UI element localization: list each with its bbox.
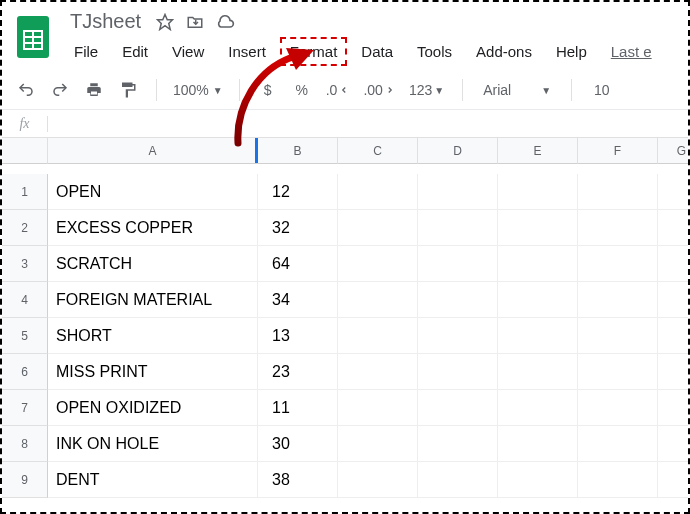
cell[interactable] [658, 210, 690, 246]
menu-edit[interactable]: Edit [112, 37, 158, 66]
cell[interactable] [418, 246, 498, 282]
cell[interactable] [418, 390, 498, 426]
cell[interactable] [658, 354, 690, 390]
cell[interactable] [338, 318, 418, 354]
row-header[interactable]: 5 [2, 318, 48, 354]
zoom-dropdown[interactable]: 100% ▼ [171, 82, 225, 98]
cell-A1[interactable]: OPEN [48, 174, 258, 210]
undo-button[interactable] [12, 76, 40, 104]
cell[interactable] [578, 390, 658, 426]
redo-button[interactable] [46, 76, 74, 104]
cell[interactable] [418, 426, 498, 462]
cell-B4[interactable]: 34 [258, 282, 338, 318]
cell[interactable] [578, 354, 658, 390]
cell-B7[interactable]: 11 [258, 390, 338, 426]
cell[interactable] [658, 174, 690, 210]
cell-A3[interactable]: SCRATCH [48, 246, 258, 282]
cell[interactable] [418, 174, 498, 210]
menu-insert[interactable]: Insert [218, 37, 276, 66]
cell[interactable] [338, 210, 418, 246]
cell[interactable] [578, 426, 658, 462]
cell[interactable] [578, 174, 658, 210]
cell[interactable] [498, 282, 578, 318]
cell[interactable] [658, 426, 690, 462]
row-header[interactable]: 9 [2, 462, 48, 498]
cell[interactable] [498, 354, 578, 390]
currency-button[interactable]: $ [254, 76, 282, 104]
percent-button[interactable]: % [288, 76, 316, 104]
row-header[interactable]: 4 [2, 282, 48, 318]
row-header[interactable]: 2 [2, 210, 48, 246]
menu-view[interactable]: View [162, 37, 214, 66]
cell[interactable] [338, 390, 418, 426]
cell[interactable] [658, 462, 690, 498]
col-header-D[interactable]: D [418, 138, 498, 164]
menu-addons[interactable]: Add-ons [466, 37, 542, 66]
print-button[interactable] [80, 76, 108, 104]
menu-tools[interactable]: Tools [407, 37, 462, 66]
menu-help[interactable]: Help [546, 37, 597, 66]
cell[interactable] [578, 210, 658, 246]
cell-A4[interactable]: FOREIGN MATERIAL [48, 282, 258, 318]
cell[interactable] [418, 462, 498, 498]
col-header-C[interactable]: C [338, 138, 418, 164]
cell-A2[interactable]: EXCESS COPPER [48, 210, 258, 246]
cell[interactable] [498, 246, 578, 282]
cell[interactable] [658, 318, 690, 354]
cell-B6[interactable]: 23 [258, 354, 338, 390]
cell[interactable] [338, 246, 418, 282]
font-size-input[interactable]: 10 [586, 82, 618, 98]
cell[interactable] [578, 318, 658, 354]
cell[interactable] [418, 210, 498, 246]
cell-A6[interactable]: MISS PRINT [48, 354, 258, 390]
col-header-F[interactable]: F [578, 138, 658, 164]
doc-name[interactable]: TJsheet [66, 8, 145, 35]
menu-file[interactable]: File [64, 37, 108, 66]
decrease-decimal-button[interactable]: .0 [322, 76, 354, 104]
formula-input[interactable] [48, 110, 688, 137]
col-header-A[interactable]: A [48, 138, 258, 164]
spreadsheet-grid[interactable]: A B C D E F G 1 OPEN 12 2 EXCESS COPPER … [2, 138, 688, 498]
cloud-saved-icon[interactable] [215, 12, 235, 32]
last-edit-link[interactable]: Last e [601, 37, 662, 66]
font-family-dropdown[interactable]: Arial ▼ [477, 76, 557, 104]
row-header[interactable]: 1 [2, 174, 48, 210]
cell-A9[interactable]: DENT [48, 462, 258, 498]
cell-B9[interactable]: 38 [258, 462, 338, 498]
cell[interactable] [498, 174, 578, 210]
cell-A5[interactable]: SHORT [48, 318, 258, 354]
cell[interactable] [498, 426, 578, 462]
cell[interactable] [338, 426, 418, 462]
cell-B3[interactable]: 64 [258, 246, 338, 282]
cell[interactable] [338, 282, 418, 318]
cell[interactable] [498, 318, 578, 354]
cell[interactable] [578, 282, 658, 318]
cell[interactable] [498, 390, 578, 426]
cell[interactable] [498, 462, 578, 498]
cell[interactable] [578, 246, 658, 282]
col-header-B[interactable]: B [258, 138, 338, 164]
sheets-logo-icon[interactable] [14, 11, 52, 63]
number-format-dropdown[interactable]: 123 ▼ [405, 76, 448, 104]
cell[interactable] [658, 282, 690, 318]
cell[interactable] [658, 390, 690, 426]
cell[interactable] [418, 282, 498, 318]
cell[interactable] [578, 462, 658, 498]
menu-format[interactable]: Format [280, 37, 348, 66]
row-header[interactable]: 8 [2, 426, 48, 462]
move-icon[interactable] [185, 12, 205, 32]
row-header[interactable]: 3 [2, 246, 48, 282]
col-header-G[interactable]: G [658, 138, 690, 164]
cell-A8[interactable]: INK ON HOLE [48, 426, 258, 462]
row-header[interactable]: 7 [2, 390, 48, 426]
select-all-corner[interactable] [2, 138, 48, 164]
cell-A7[interactable]: OPEN OXIDIZED [48, 390, 258, 426]
row-header[interactable]: 6 [2, 354, 48, 390]
menu-data[interactable]: Data [351, 37, 403, 66]
col-header-E[interactable]: E [498, 138, 578, 164]
cell-B2[interactable]: 32 [258, 210, 338, 246]
paint-format-button[interactable] [114, 76, 142, 104]
star-icon[interactable] [155, 12, 175, 32]
fx-icon[interactable]: fx [2, 116, 48, 132]
increase-decimal-button[interactable]: .00 [359, 76, 398, 104]
